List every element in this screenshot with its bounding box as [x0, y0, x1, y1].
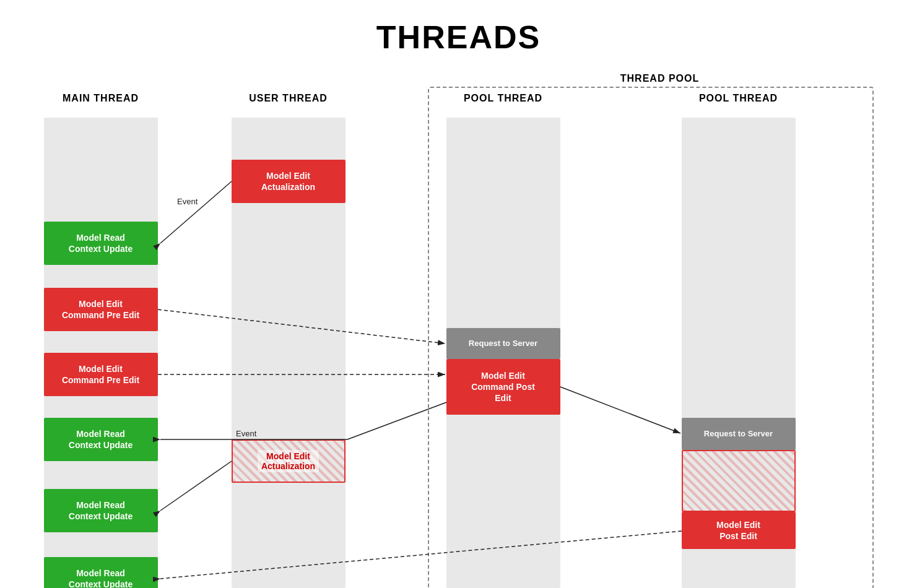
page-title: THREADS — [376, 19, 541, 56]
pool-thread-1-label: POOL THREAD — [446, 93, 560, 104]
pool1-model-edit-post: Model EditCommand PostEdit — [446, 359, 560, 415]
pool1-request-server: Request to Server — [446, 328, 560, 359]
pool2-request-server: Request to Server — [682, 418, 796, 450]
main-model-read-4: Model ReadContext Update — [44, 557, 158, 588]
pool-thread-2-label: POOL THREAD — [682, 93, 796, 104]
event-label-1: Event — [177, 197, 198, 206]
main-model-read-2: Model ReadContext Update — [44, 418, 158, 461]
user-model-edit-act-1: Model EditActualization — [232, 160, 346, 203]
main-model-edit-pre-2: Model EditCommand Pre Edit — [44, 353, 158, 396]
hatched-to-main-arrow — [160, 461, 232, 511]
event-arrow-1 — [160, 181, 232, 243]
diagram-container: THREAD POOL MAIN THREAD USER THREAD POOL… — [25, 68, 892, 588]
user-model-edit-act-2: Model EditActualization — [232, 439, 346, 483]
pool2-model-edit-post: Model EditPost Edit — [682, 512, 796, 549]
user-thread-label: USER THREAD — [232, 93, 346, 104]
main-model-read-3: Model ReadContext Update — [44, 489, 158, 532]
thread-pool-label: THREAD POOL — [521, 73, 799, 84]
main-model-read-1: Model ReadContext Update — [44, 222, 158, 265]
main-thread-label: MAIN THREAD — [44, 93, 158, 104]
pool2-hatched-block — [682, 450, 796, 512]
main-model-edit-pre-1: Model EditCommand Pre Edit — [44, 288, 158, 331]
